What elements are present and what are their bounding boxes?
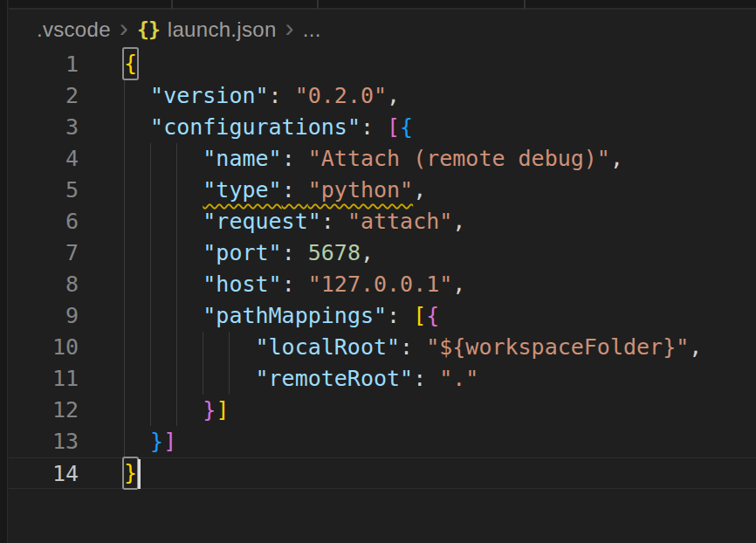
- line-number: 7: [9, 237, 79, 269]
- tab-separator: [524, 0, 526, 9]
- indent-guide: [176, 300, 177, 332]
- indent-guide: [176, 143, 177, 175]
- indent-guide: [150, 143, 151, 175]
- indent-guide: [176, 175, 177, 206]
- line-number: 12: [9, 395, 79, 426]
- indent-guide: [150, 395, 151, 426]
- code-token: ,: [361, 240, 374, 265]
- code-token: :: [282, 272, 308, 297]
- indent-guide: [176, 395, 177, 426]
- code-token: {: [400, 114, 413, 140]
- code-line-10[interactable]: 10 "localRoot": "${workspaceFolder}",: [9, 332, 756, 363]
- indent-guide: [124, 332, 125, 363]
- line-content: }]: [124, 395, 756, 426]
- code-token: "version": [150, 83, 268, 108]
- tab-separator: [317, 0, 319, 9]
- code-token: ,: [452, 272, 465, 297]
- chevron-right-icon: ›: [120, 15, 128, 41]
- indent-guide: [176, 332, 177, 363]
- breadcrumb-item[interactable]: .vscode: [37, 17, 111, 42]
- line-content: "configurations": [{: [124, 112, 756, 143]
- code-token: :: [269, 83, 295, 108]
- code-token: "127.0.0.1": [308, 272, 453, 297]
- vscode-window: .vscode›{}launch.json›... 1{2 "version":…: [0, 0, 756, 543]
- code-line-4[interactable]: 4 "name": "Attach (remote debug)",: [9, 143, 756, 175]
- line-content: "request": "attach",: [124, 206, 756, 237]
- code-token: {: [124, 49, 137, 79]
- code-token: :: [400, 334, 426, 360]
- indent-guide: [124, 426, 125, 457]
- code-area[interactable]: 1{2 "version": "0.2.0",3 "configurations…: [9, 49, 756, 489]
- code-line-3[interactable]: 3 "configurations": [{: [9, 112, 756, 143]
- code-line-11[interactable]: 11 "remoteRoot": ".": [9, 363, 756, 395]
- line-number: 8: [9, 269, 79, 300]
- indent-guide: [124, 80, 125, 112]
- indent-guide: [124, 206, 125, 237]
- breadcrumb-item[interactable]: launch.json: [168, 17, 277, 42]
- breadcrumb: .vscode›{}launch.json›...: [9, 11, 756, 48]
- code-line-2[interactable]: 2 "version": "0.2.0",: [9, 80, 756, 112]
- indent-guide: [150, 363, 151, 395]
- line-number: 4: [9, 143, 79, 175]
- line-number: 13: [9, 426, 79, 457]
- code-token: "host": [203, 272, 281, 297]
- line-content: "localRoot": "${workspaceFolder}",: [124, 332, 756, 363]
- code-line-7[interactable]: 7 "port": 5678,: [9, 237, 756, 269]
- code-token: "configurations": [150, 114, 361, 140]
- line-number: 3: [9, 112, 79, 143]
- text-cursor: [138, 459, 141, 489]
- indent-guide: [150, 300, 151, 332]
- code-token: "remoteRoot": [256, 366, 414, 391]
- code-line-1[interactable]: 1{: [9, 49, 756, 80]
- code-line-12[interactable]: 12 }]: [9, 395, 756, 426]
- breadcrumb-item[interactable]: ...: [303, 17, 321, 42]
- code-line-14[interactable]: 14}: [9, 457, 756, 489]
- line-number: 6: [9, 206, 79, 237]
- json-braces-icon: {}: [137, 18, 160, 41]
- line-content: "pathMappings": [{: [124, 300, 756, 332]
- code-token: :: [413, 366, 439, 391]
- code-token: :: [321, 209, 347, 234]
- code-token: ,: [610, 146, 623, 171]
- line-content: "port": 5678,: [124, 237, 756, 269]
- indent-guide: [229, 363, 230, 395]
- line-number: 5: [9, 175, 79, 206]
- tab-separator: [171, 0, 173, 9]
- indent-guide: [150, 269, 151, 300]
- code-token: }: [150, 429, 163, 454]
- line-number: 2: [9, 80, 79, 112]
- indent-guide: [150, 175, 151, 206]
- indent-guide: [229, 332, 230, 363]
- indent-guide: [124, 363, 125, 395]
- indent-guide: [124, 112, 125, 143]
- indent-guide: [124, 143, 125, 175]
- line-number: 11: [9, 363, 79, 395]
- code-token: }: [203, 397, 216, 423]
- line-content: "host": "127.0.0.1",: [124, 269, 756, 300]
- code-token: "python": [308, 177, 413, 203]
- code-token: "0.2.0": [295, 83, 387, 108]
- code-token: {: [426, 303, 439, 328]
- line-content: "type": "python",: [124, 175, 756, 206]
- line-content: "name": "Attach (remote debug)",: [124, 143, 756, 175]
- code-token: "${workspaceFolder}": [426, 334, 689, 360]
- code-token: "attach": [347, 209, 452, 234]
- code-line-6[interactable]: 6 "request": "attach",: [9, 206, 756, 237]
- code-line-9[interactable]: 9 "pathMappings": [{: [9, 300, 756, 332]
- line-content: "remoteRoot": ".": [124, 363, 756, 395]
- tab-bar[interactable]: [9, 0, 756, 10]
- code-token: }: [124, 458, 137, 488]
- indent-guide: [124, 269, 125, 300]
- code-token: "request": [203, 209, 320, 234]
- code-token: "name": [203, 146, 281, 171]
- code-line-8[interactable]: 8 "host": "127.0.0.1",: [9, 269, 756, 300]
- code-line-13[interactable]: 13 }]: [9, 426, 756, 457]
- indent-guide: [124, 175, 125, 206]
- code-token: ,: [452, 209, 465, 234]
- code-line-5[interactable]: 5 "type": "python",: [9, 175, 756, 206]
- line-number: 10: [9, 332, 79, 363]
- indent-guide: [203, 332, 203, 363]
- code-token: :: [387, 303, 413, 328]
- indent-guide: [124, 300, 125, 332]
- code-token: ]: [216, 397, 229, 423]
